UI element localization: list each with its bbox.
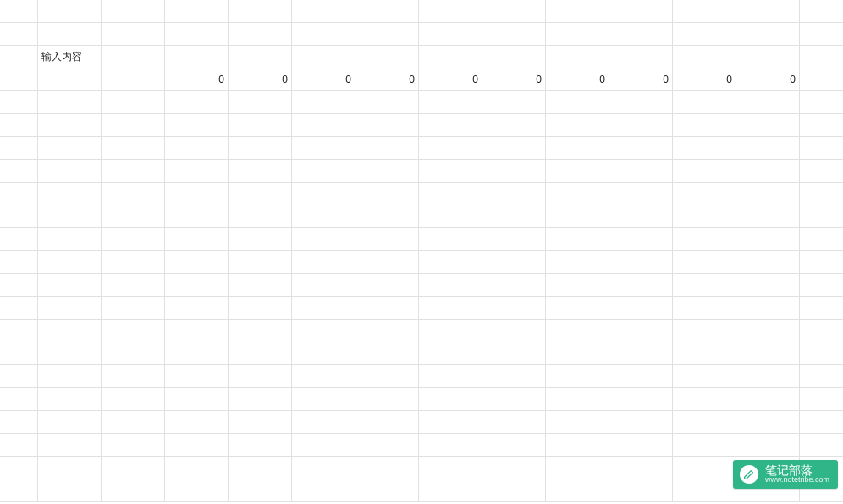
cell[interactable] (229, 46, 292, 68)
cell[interactable] (800, 411, 843, 434)
cell[interactable] (546, 365, 609, 388)
cell[interactable] (419, 251, 482, 274)
cell[interactable] (229, 137, 292, 160)
cell[interactable] (292, 411, 355, 434)
cell[interactable] (292, 114, 355, 137)
cell[interactable] (165, 297, 229, 320)
cell[interactable] (355, 46, 419, 68)
cell[interactable] (800, 320, 843, 342)
cell[interactable] (800, 91, 843, 114)
cell[interactable] (229, 479, 292, 502)
cell[interactable] (673, 434, 736, 457)
zero-value-cell[interactable]: 0 (229, 68, 292, 91)
cell[interactable] (673, 388, 736, 411)
cell[interactable] (736, 183, 800, 205)
cell[interactable] (800, 365, 843, 388)
cell[interactable] (292, 205, 355, 228)
cell[interactable] (482, 91, 546, 114)
cell[interactable] (355, 23, 419, 46)
cell[interactable] (38, 411, 102, 434)
cell[interactable] (609, 251, 673, 274)
cell[interactable] (419, 228, 482, 251)
cell[interactable] (800, 251, 843, 274)
cell[interactable] (0, 411, 38, 434)
cell[interactable] (673, 479, 736, 502)
cell[interactable] (292, 0, 355, 23)
cell[interactable] (673, 46, 736, 68)
cell[interactable] (38, 434, 102, 457)
cell[interactable] (609, 114, 673, 137)
cell[interactable] (102, 457, 165, 479)
cell[interactable] (355, 0, 419, 23)
cell[interactable] (229, 228, 292, 251)
cell[interactable] (546, 91, 609, 114)
cell[interactable] (292, 23, 355, 46)
cell[interactable] (0, 388, 38, 411)
cell[interactable] (292, 342, 355, 365)
cell[interactable] (419, 137, 482, 160)
cell[interactable] (673, 205, 736, 228)
cell[interactable] (355, 365, 419, 388)
cell[interactable] (0, 365, 38, 388)
cell[interactable] (482, 411, 546, 434)
cell[interactable] (165, 320, 229, 342)
cell[interactable] (609, 91, 673, 114)
cell[interactable] (0, 434, 38, 457)
cell[interactable] (38, 114, 102, 137)
cell[interactable] (673, 23, 736, 46)
cell[interactable] (0, 251, 38, 274)
zero-value-cell[interactable]: 0 (609, 68, 673, 91)
cell[interactable] (102, 160, 165, 183)
cell[interactable] (165, 411, 229, 434)
cell[interactable] (165, 251, 229, 274)
cell[interactable] (609, 137, 673, 160)
cell[interactable] (102, 114, 165, 137)
cell[interactable] (673, 228, 736, 251)
cell[interactable] (229, 0, 292, 23)
input-content-cell[interactable]: 输入内容 (38, 46, 102, 68)
cell[interactable] (800, 160, 843, 183)
zero-value-cell[interactable]: 0 (546, 68, 609, 91)
cell[interactable] (736, 274, 800, 297)
cell[interactable] (736, 342, 800, 365)
cell[interactable] (229, 411, 292, 434)
cell[interactable] (609, 388, 673, 411)
cell[interactable] (229, 205, 292, 228)
cell[interactable] (38, 205, 102, 228)
cell[interactable] (165, 137, 229, 160)
cell[interactable] (102, 388, 165, 411)
cell[interactable] (673, 274, 736, 297)
cell[interactable] (609, 297, 673, 320)
cell[interactable] (165, 205, 229, 228)
cell[interactable] (673, 411, 736, 434)
cell[interactable] (609, 228, 673, 251)
cell[interactable] (229, 342, 292, 365)
cell[interactable] (419, 91, 482, 114)
cell[interactable] (546, 228, 609, 251)
cell[interactable] (419, 365, 482, 388)
cell[interactable] (38, 91, 102, 114)
cell[interactable] (355, 251, 419, 274)
cell[interactable] (419, 320, 482, 342)
cell[interactable] (102, 23, 165, 46)
cell[interactable] (736, 251, 800, 274)
cell[interactable] (609, 365, 673, 388)
cell[interactable] (482, 457, 546, 479)
zero-value-cell[interactable]: 0 (673, 68, 736, 91)
cell[interactable] (482, 342, 546, 365)
cell[interactable] (0, 342, 38, 365)
cell[interactable] (355, 205, 419, 228)
cell[interactable] (102, 365, 165, 388)
cell[interactable] (419, 23, 482, 46)
cell[interactable] (609, 479, 673, 502)
cell[interactable] (355, 297, 419, 320)
cell[interactable] (165, 342, 229, 365)
cell[interactable] (229, 274, 292, 297)
cell[interactable] (673, 251, 736, 274)
cell[interactable] (292, 91, 355, 114)
cell[interactable] (102, 228, 165, 251)
cell[interactable] (38, 365, 102, 388)
cell[interactable] (546, 457, 609, 479)
cell[interactable] (355, 137, 419, 160)
cell[interactable] (38, 342, 102, 365)
